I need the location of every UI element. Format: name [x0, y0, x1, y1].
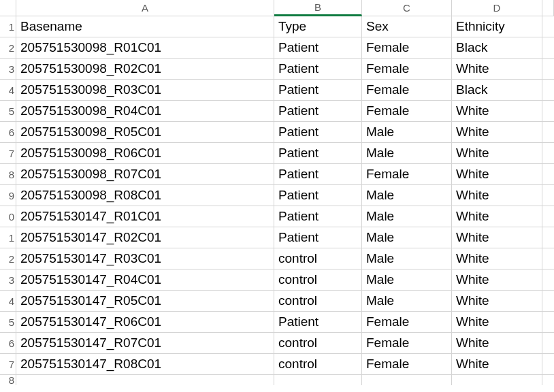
cell[interactable]: 205751530147_R08C01	[16, 354, 274, 375]
cell[interactable]	[542, 101, 554, 122]
row-header[interactable]: 0	[0, 206, 16, 227]
cell[interactable]: Male	[362, 270, 452, 291]
cell[interactable]: Male	[362, 185, 452, 206]
cell[interactable]: White	[452, 248, 542, 270]
cell[interactable]: Female	[362, 312, 452, 333]
cell[interactable]: Patient	[274, 227, 362, 248]
column-header-b[interactable]: B	[274, 0, 362, 16]
cell[interactable]: control	[274, 354, 362, 375]
spreadsheet-grid[interactable]: A B C D 1 Basename Type Sex Ethnicity 2 …	[0, 0, 554, 385]
row-header[interactable]: 1	[0, 227, 16, 248]
cell[interactable]	[542, 270, 554, 291]
row-header[interactable]: 8	[0, 164, 16, 185]
cell[interactable]	[542, 354, 554, 375]
cell[interactable]: 205751530147_R05C01	[16, 291, 274, 312]
row-header[interactable]: 8	[0, 375, 16, 385]
cell[interactable]: Patient	[274, 206, 362, 227]
row-header[interactable]: 6	[0, 122, 16, 143]
cell[interactable]: Male	[362, 206, 452, 227]
cell[interactable]: White	[452, 164, 542, 185]
row-header[interactable]: 7	[0, 143, 16, 164]
cell[interactable]: 205751530098_R08C01	[16, 185, 274, 206]
cell[interactable]: 205751530098_R03C01	[16, 80, 274, 101]
cell[interactable]	[542, 206, 554, 227]
cell[interactable]: Male	[362, 248, 452, 270]
column-header-a[interactable]: A	[16, 0, 274, 16]
cell[interactable]: White	[452, 270, 542, 291]
cell[interactable]: Basename	[16, 16, 274, 37]
row-header[interactable]: 4	[0, 80, 16, 101]
cell[interactable]: Patient	[274, 37, 362, 59]
cell[interactable]: White	[452, 227, 542, 248]
cell[interactable]: control	[274, 248, 362, 270]
cell[interactable]: White	[452, 291, 542, 312]
cell[interactable]: Patient	[274, 312, 362, 333]
cell[interactable]	[542, 312, 554, 333]
cell[interactable]	[542, 143, 554, 164]
cell[interactable]: 205751530098_R02C01	[16, 59, 274, 80]
cell[interactable]: 205751530098_R06C01	[16, 143, 274, 164]
cell[interactable]: White	[452, 101, 542, 122]
cell[interactable]	[542, 291, 554, 312]
cell[interactable]	[542, 185, 554, 206]
row-header[interactable]: 7	[0, 354, 16, 375]
cell[interactable]: Type	[274, 16, 362, 37]
cell[interactable]: Male	[362, 227, 452, 248]
cell[interactable]	[542, 59, 554, 80]
cell[interactable]: 205751530147_R01C01	[16, 206, 274, 227]
cell[interactable]: Female	[362, 37, 452, 59]
row-header[interactable]: 1	[0, 16, 16, 37]
row-header[interactable]: 3	[0, 59, 16, 80]
row-header[interactable]: 3	[0, 270, 16, 291]
cell[interactable]: Patient	[274, 80, 362, 101]
column-header-e[interactable]	[542, 0, 554, 16]
row-header[interactable]: 2	[0, 248, 16, 270]
cell[interactable]	[452, 375, 542, 385]
cell[interactable]: Sex	[362, 16, 452, 37]
cell[interactable]: White	[452, 143, 542, 164]
cell[interactable]: Black	[452, 80, 542, 101]
cell[interactable]: 205751530147_R03C01	[16, 248, 274, 270]
cell[interactable]: White	[452, 333, 542, 354]
cell[interactable]: Female	[362, 59, 452, 80]
cell[interactable]: Black	[452, 37, 542, 59]
cell[interactable]: White	[452, 312, 542, 333]
row-header[interactable]: 5	[0, 312, 16, 333]
row-header[interactable]: 9	[0, 185, 16, 206]
cell[interactable]: Ethnicity	[452, 16, 542, 37]
cell[interactable]: White	[452, 206, 542, 227]
cell[interactable]: Male	[362, 143, 452, 164]
cell[interactable]: Patient	[274, 122, 362, 143]
cell[interactable]: 205751530147_R04C01	[16, 270, 274, 291]
cell[interactable]: White	[452, 122, 542, 143]
cell[interactable]: 205751530147_R06C01	[16, 312, 274, 333]
cell[interactable]: Patient	[274, 59, 362, 80]
cell[interactable]	[542, 37, 554, 59]
cell[interactable]: control	[274, 333, 362, 354]
cell[interactable]	[16, 375, 274, 385]
cell[interactable]	[542, 333, 554, 354]
cell[interactable]	[542, 122, 554, 143]
cell[interactable]: 205751530098_R05C01	[16, 122, 274, 143]
cell[interactable]	[542, 248, 554, 270]
row-header[interactable]: 2	[0, 37, 16, 59]
cell[interactable]: 205751530098_R01C01	[16, 37, 274, 59]
cell[interactable]	[274, 375, 362, 385]
cell[interactable]	[542, 80, 554, 101]
cell[interactable]: Patient	[274, 101, 362, 122]
cell[interactable]: White	[452, 185, 542, 206]
cell[interactable]	[542, 227, 554, 248]
cell[interactable]	[542, 164, 554, 185]
cell[interactable]: Patient	[274, 164, 362, 185]
cell[interactable]: Patient	[274, 143, 362, 164]
column-header-d[interactable]: D	[452, 0, 542, 16]
cell[interactable]: 205751530098_R07C01	[16, 164, 274, 185]
cell[interactable]: Female	[362, 333, 452, 354]
cell[interactable]: 205751530147_R07C01	[16, 333, 274, 354]
cell[interactable]: control	[274, 270, 362, 291]
row-header[interactable]: 6	[0, 333, 16, 354]
column-header-c[interactable]: C	[362, 0, 452, 16]
cell[interactable]: control	[274, 291, 362, 312]
cell[interactable]	[542, 16, 554, 37]
cell[interactable]	[542, 375, 554, 385]
